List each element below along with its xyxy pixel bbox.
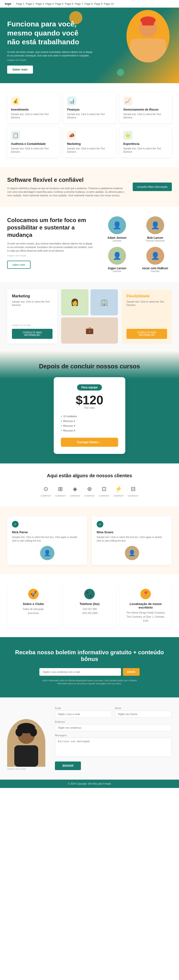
testimonial-text: Sample text. Click to select the text bo…	[97, 535, 167, 542]
svg-rect-4	[142, 20, 154, 25]
client-name: COMPANY	[113, 495, 124, 497]
nav-link[interactable]: Page 3	[35, 2, 44, 5]
feature-text: Sample text. Click to select the Text El…	[11, 113, 56, 119]
testimonial-name: Nick Parse	[12, 530, 82, 534]
pricing-features-list: •15 módulos•Recurso 2•Recurso 3•Recurso …	[61, 414, 118, 433]
pricing-period: Por mês	[61, 406, 118, 410]
team-member: 👤 Bob Larson Parceiro Nacional	[138, 216, 172, 242]
feature-card: 📣 Marketing Sample text. Click to select…	[63, 127, 115, 158]
marketing-cta-button[interactable]: CONSULTE MAIS INFORMAÇÃO	[12, 329, 53, 339]
nav-link[interactable]: Page 1	[16, 2, 24, 5]
hero-body: Ut enim ad minim veniam, quis nostrud ex…	[7, 50, 93, 57]
feature-card: 💰 Investimento Sample text. Click to sel…	[7, 93, 59, 123]
nav-link[interactable]: Page 4	[45, 2, 54, 5]
client-name: COMPANY	[99, 495, 109, 497]
name-input[interactable]	[115, 711, 172, 718]
client-icon: ⚡	[114, 484, 123, 494]
info-title: Localização de nosso escritório	[124, 602, 167, 609]
feature-card: 📈 Gerenciamento de Riscos Sample text. C…	[120, 93, 172, 123]
marketing-img-2: 🏢	[91, 289, 118, 315]
contact-form-submit-button[interactable]: ENVIAR	[55, 762, 81, 770]
feature-card: 📋 Auditoria e Contabilidade Sample text.…	[7, 127, 59, 158]
client-name: COMPANY	[84, 495, 95, 497]
marketing-title: Marketing	[12, 294, 53, 298]
team-member: 👤 Adam Jonson Gerente	[100, 216, 134, 242]
pricing-feature-item: •Recurso 2	[61, 418, 118, 423]
testimonials-section: ✓ Nick Parse Sample text. Click to selec…	[0, 507, 179, 574]
contact-form-section: Imagens de Freepik Email Nome Endereço M…	[0, 697, 179, 780]
info-title: Sobre o Clube	[12, 602, 55, 606]
client-name: COMPANY	[55, 495, 66, 497]
team-member-name: oscar com HuBson	[138, 267, 172, 270]
form-row-1: Email Nome	[55, 707, 172, 718]
hero-person-image	[126, 10, 169, 62]
bullet-icon: •	[61, 415, 62, 418]
feature-card: 📊 Finanças Sample text. Click to select …	[63, 93, 115, 123]
testimonial-text: Sample text. Click to select the text bo…	[12, 535, 82, 542]
team-avatar: 👤	[146, 247, 164, 265]
client-icon: ⊡	[99, 484, 109, 494]
features-section: 💰 Investimento Sample text. Click to sel…	[0, 83, 179, 167]
info-lines: Sobre de educaçãoExercícios	[12, 607, 55, 615]
newsletter-title: Receba nosso boletim informativo gratuit…	[7, 649, 172, 662]
clients-logos: ⊙ COMPANY ⊞ COMPANY ◈ COMPANY ⊛ COMPANY …	[7, 484, 172, 497]
bullet-icon: •	[61, 420, 62, 422]
team-grid: 👤 Adam Jonson Gerente 👤 Bob Larson Parce…	[100, 216, 172, 272]
form-row-3: Mensagem	[55, 734, 172, 758]
pricing-badge: Para equipe	[77, 384, 102, 391]
nav-link[interactable]: Page 9	[94, 2, 102, 5]
contact-info-section: 🚀 Sobre o Clube Sobre de educaçãoExercíc…	[0, 574, 179, 637]
email-label: Email	[55, 707, 112, 710]
pricing-cta-button[interactable]: Carregar Dados →	[61, 438, 118, 447]
feature-text: Sample text. Click to select the Text El…	[67, 147, 112, 154]
newsletter-email-input[interactable]	[39, 668, 121, 676]
email-input[interactable]	[55, 711, 112, 718]
team-member-name: Jogex Larson	[100, 267, 134, 270]
nav-link[interactable]: Page 8	[85, 2, 93, 5]
contact-info-card: 📞 Telefone (fax) +912 927 890+923 292 55…	[63, 584, 115, 628]
team-member-name: Bob Larson	[138, 236, 172, 239]
clients-section: Aqui estão alguns de nossos clientes ⊙ C…	[0, 463, 179, 507]
hero-title: Funciona para você, mesmo quando você nã…	[7, 19, 93, 46]
client-name: COMPANY	[128, 495, 138, 497]
bullet-icon: •	[61, 429, 62, 432]
nav-link[interactable]: Page 7	[75, 2, 83, 5]
svg-rect-2	[130, 38, 166, 62]
team-member-role: Gerente	[100, 239, 134, 242]
feature-title: Gerenciamento de Riscos	[123, 108, 168, 111]
hero-image-credit: Imagens de Freepik	[7, 59, 93, 61]
client-icon: ⊛	[85, 484, 94, 494]
info-title: Telefone (fax)	[68, 602, 111, 606]
feature-icon: 📊	[67, 97, 76, 105]
team-body: Ut enim ad minim veniam, quis nostrud ex…	[7, 242, 93, 253]
nav-link[interactable]: Page 5	[55, 2, 64, 5]
newsletter-submit-button[interactable]: ENVIO	[123, 668, 140, 676]
name-label: Nome	[115, 707, 172, 710]
software-title: Software flexível e confiável	[7, 177, 127, 183]
marketing-images: 👩 🏢 💼	[61, 289, 118, 344]
contact-person-image: Imagens de Freepik	[7, 719, 50, 770]
nav-link[interactable]: Page 6	[65, 2, 73, 5]
client-logo: ⊟ COMPANY	[128, 484, 138, 497]
nav-links: Page 1Page 2Page 3Page 4Page 5Page 6Page…	[16, 2, 113, 5]
nav-link[interactable]: Page 10	[104, 2, 113, 5]
client-icon: ⊟	[128, 484, 138, 494]
team-member-name: Adam Jonson	[100, 236, 134, 239]
team-cta-button[interactable]: saber mais	[7, 261, 30, 269]
client-icon: ⊞	[56, 484, 65, 494]
message-input[interactable]	[55, 738, 172, 757]
svg-point-9	[16, 728, 23, 737]
pricing-feature-item: •Recurso 3	[61, 423, 118, 428]
software-cta-button[interactable]: conselho Mais Informação	[133, 183, 172, 191]
svg-point-10	[30, 728, 37, 737]
hero-cta-button[interactable]: Saber mais	[7, 65, 33, 74]
address-input[interactable]	[55, 724, 172, 731]
feature-text: Sample text. Click to select the Text El…	[11, 147, 56, 154]
pricing-feature-item: •Recurso 4	[61, 428, 118, 433]
feature-text: Sample text. Click to select the Text El…	[123, 113, 168, 119]
flexibility-cta-button[interactable]: CONSULTE MAIS INFORMAÇÃO	[126, 329, 167, 339]
feature-icon: 📋	[11, 131, 20, 140]
nav-link[interactable]: Page 2	[26, 2, 34, 5]
contact-image-credit: Imagens de Freepik	[7, 768, 50, 770]
marketing-section: Marketing Sample text. Click to select t…	[0, 282, 179, 351]
